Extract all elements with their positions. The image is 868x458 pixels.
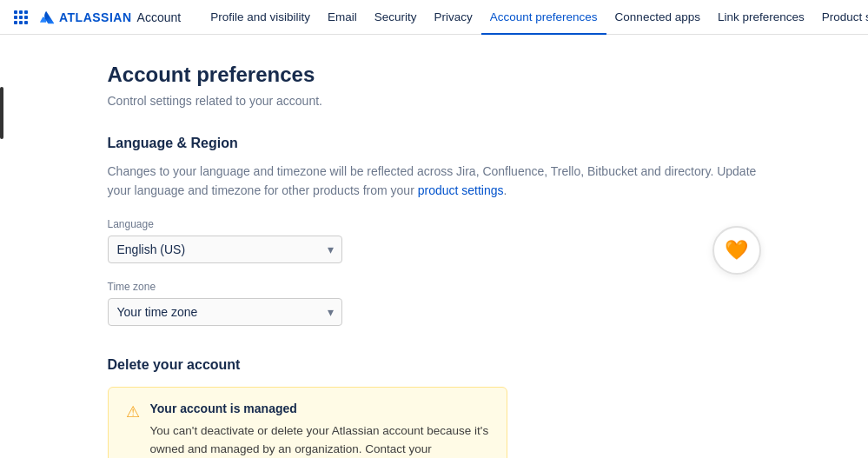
main-nav: Profile and visibility Email Security Pr… (202, 0, 868, 34)
header: ATLASSIAN Account Profile and visibility… (0, 0, 868, 35)
nav-product-settings[interactable]: Product settings (813, 1, 868, 35)
warning-title: Your account is managed (150, 402, 489, 415)
delete-account-section: Delete your account ⚠ Your account is ma… (108, 357, 761, 458)
language-label: Language (108, 218, 761, 230)
brand-name: ATLASSIAN (59, 10, 132, 24)
nav-account-preferences[interactable]: Account preferences (481, 1, 606, 35)
delete-account-title: Delete your account (108, 357, 761, 373)
timezone-select-wrapper: Your time zone UTC America/New_York Amer… (108, 298, 342, 326)
avatar-emoji: 🧡 (725, 239, 748, 262)
nav-profile[interactable]: Profile and visibility (202, 1, 319, 35)
language-region-title: Language & Region (108, 136, 761, 151)
warning-icon: ⚠ (126, 402, 140, 421)
language-select-wrapper: English (US) English (UK) Español França… (108, 236, 342, 263)
product-settings-link[interactable]: product settings (418, 183, 504, 197)
timezone-label: Time zone (108, 281, 761, 293)
main-content: Account preferences Control settings rel… (87, 35, 782, 458)
grid-icon[interactable] (14, 10, 28, 24)
nav-security[interactable]: Security (366, 1, 426, 35)
page-subtitle: Control settings related to your account… (108, 94, 761, 108)
warning-content: Your account is managed You can't deacti… (150, 402, 489, 458)
avatar: 🧡 (712, 226, 761, 275)
timezone-field-group: Time zone Your time zone UTC America/New… (108, 281, 761, 326)
timezone-select[interactable]: Your time zone UTC America/New_York Amer… (108, 298, 342, 326)
atlassian-logo: ATLASSIAN Account (36, 8, 181, 27)
language-region-section: Language & Region Changes to your langua… (108, 136, 761, 326)
warning-box: ⚠ Your account is managed You can't deac… (108, 387, 507, 458)
language-region-description: Changes to your language and timezone wi… (108, 162, 761, 201)
warning-text: You can't deactivate or delete your Atla… (150, 422, 489, 458)
scrollbar[interactable] (0, 87, 3, 139)
logo-area: ATLASSIAN Account (14, 8, 181, 27)
nav-connected-apps[interactable]: Connected apps (606, 1, 709, 35)
language-field-group: Language English (US) English (UK) Españ… (108, 218, 761, 263)
nav-link-preferences[interactable]: Link preferences (709, 1, 813, 35)
language-select[interactable]: English (US) English (UK) Español França… (108, 236, 342, 263)
product-name: Account (137, 10, 182, 24)
nav-email[interactable]: Email (319, 1, 366, 35)
nav-privacy[interactable]: Privacy (426, 1, 481, 35)
page-title: Account preferences (108, 63, 761, 87)
